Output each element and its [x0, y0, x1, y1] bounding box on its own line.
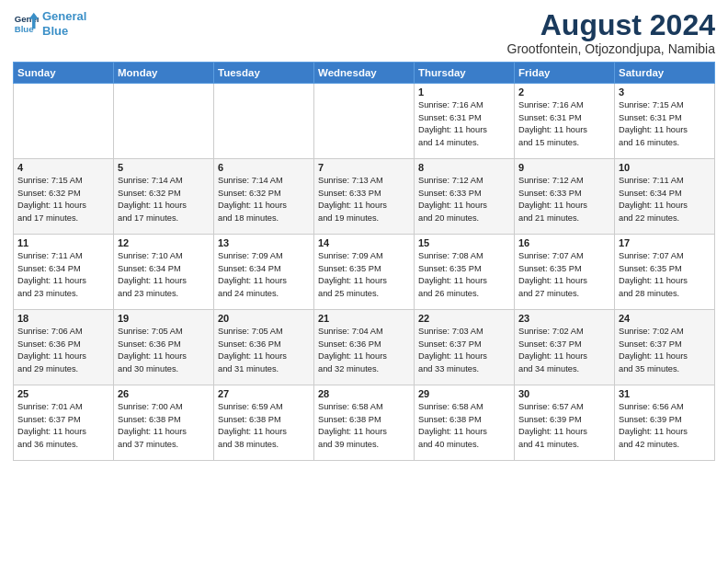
- day-number: 30: [518, 388, 610, 399]
- calendar-cell: 28Sunrise: 6:58 AMSunset: 6:38 PMDayligh…: [314, 385, 415, 461]
- day-info: Sunrise: 7:08 AMSunset: 6:35 PMDaylight:…: [418, 250, 510, 300]
- day-info: Sunrise: 7:14 AMSunset: 6:32 PMDaylight:…: [218, 175, 310, 224]
- header-cell-friday: Friday: [515, 63, 615, 84]
- day-info: Sunrise: 6:59 AMSunset: 6:38 PMDaylight:…: [218, 401, 310, 451]
- day-info: Sunrise: 7:15 AMSunset: 6:31 PMDaylight:…: [619, 99, 711, 149]
- day-info: Sunrise: 7:14 AMSunset: 6:32 PMDaylight:…: [118, 175, 210, 224]
- calendar-cell: 12Sunrise: 7:10 AMSunset: 6:34 PMDayligh…: [114, 235, 214, 310]
- header-cell-monday: Monday: [114, 63, 214, 84]
- day-number: 6: [218, 162, 310, 173]
- calendar-cell: 27Sunrise: 6:59 AMSunset: 6:38 PMDayligh…: [214, 385, 314, 461]
- day-number: 8: [418, 162, 510, 173]
- calendar-cell: 17Sunrise: 7:07 AMSunset: 6:35 PMDayligh…: [615, 235, 715, 310]
- day-number: 11: [17, 237, 109, 248]
- logo-blue: Blue: [42, 24, 68, 38]
- calendar-cell: 10Sunrise: 7:11 AMSunset: 6:34 PMDayligh…: [615, 159, 715, 235]
- week-row-1: 1Sunrise: 7:16 AMSunset: 6:31 PMDaylight…: [14, 84, 715, 159]
- calendar-cell: 9Sunrise: 7:12 AMSunset: 6:33 PMDaylight…: [515, 159, 615, 235]
- calendar-cell: 21Sunrise: 7:04 AMSunset: 6:36 PMDayligh…: [314, 310, 415, 385]
- day-info: Sunrise: 7:16 AMSunset: 6:31 PMDaylight:…: [518, 99, 610, 149]
- week-row-5: 25Sunrise: 7:01 AMSunset: 6:37 PMDayligh…: [14, 385, 715, 461]
- header-cell-wednesday: Wednesday: [314, 63, 415, 84]
- title-block: August 2024 Grootfontein, Otjozondjupa, …: [507, 9, 715, 56]
- page: General Blue General Blue August 2024 Gr…: [0, 0, 728, 470]
- day-info: Sunrise: 7:09 AMSunset: 6:34 PMDaylight:…: [218, 250, 310, 300]
- day-info: Sunrise: 6:58 AMSunset: 6:38 PMDaylight:…: [318, 401, 410, 451]
- calendar-cell: 26Sunrise: 7:00 AMSunset: 6:38 PMDayligh…: [114, 385, 214, 461]
- day-info: Sunrise: 7:07 AMSunset: 6:35 PMDaylight:…: [518, 250, 610, 300]
- header-cell-tuesday: Tuesday: [214, 63, 314, 84]
- calendar-cell: 3Sunrise: 7:15 AMSunset: 6:31 PMDaylight…: [615, 84, 715, 159]
- calendar-body: 1Sunrise: 7:16 AMSunset: 6:31 PMDaylight…: [14, 84, 715, 461]
- day-number: 24: [619, 313, 711, 324]
- calendar-cell: [214, 84, 314, 159]
- day-number: 5: [118, 162, 210, 173]
- day-number: 16: [518, 237, 610, 248]
- day-number: 4: [17, 162, 109, 173]
- day-info: Sunrise: 7:01 AMSunset: 6:37 PMDaylight:…: [17, 401, 109, 451]
- week-row-2: 4Sunrise: 7:15 AMSunset: 6:32 PMDaylight…: [14, 159, 715, 235]
- day-number: 23: [518, 313, 610, 324]
- day-info: Sunrise: 7:00 AMSunset: 6:38 PMDaylight:…: [118, 401, 210, 451]
- calendar-cell: 4Sunrise: 7:15 AMSunset: 6:32 PMDaylight…: [14, 159, 114, 235]
- calendar-cell: 18Sunrise: 7:06 AMSunset: 6:36 PMDayligh…: [14, 310, 114, 385]
- calendar-cell: 11Sunrise: 7:11 AMSunset: 6:34 PMDayligh…: [14, 235, 114, 310]
- day-info: Sunrise: 7:12 AMSunset: 6:33 PMDaylight:…: [418, 175, 510, 224]
- day-info: Sunrise: 7:05 AMSunset: 6:36 PMDaylight:…: [118, 326, 210, 375]
- day-info: Sunrise: 7:02 AMSunset: 6:37 PMDaylight:…: [619, 326, 711, 375]
- day-number: 27: [218, 388, 310, 399]
- calendar-cell: [14, 84, 114, 159]
- logo-icon: General Blue: [13, 11, 39, 37]
- logo-text: General Blue: [42, 9, 86, 38]
- day-number: 13: [218, 237, 310, 248]
- calendar-cell: 13Sunrise: 7:09 AMSunset: 6:34 PMDayligh…: [214, 235, 314, 310]
- header-cell-saturday: Saturday: [615, 63, 715, 84]
- week-row-3: 11Sunrise: 7:11 AMSunset: 6:34 PMDayligh…: [14, 235, 715, 310]
- day-number: 18: [17, 313, 109, 324]
- day-info: Sunrise: 7:11 AMSunset: 6:34 PMDaylight:…: [17, 250, 109, 300]
- day-number: 12: [118, 237, 210, 248]
- calendar-cell: 22Sunrise: 7:03 AMSunset: 6:37 PMDayligh…: [415, 310, 515, 385]
- calendar-cell: 25Sunrise: 7:01 AMSunset: 6:37 PMDayligh…: [14, 385, 114, 461]
- header-cell-thursday: Thursday: [415, 63, 515, 84]
- calendar-cell: 5Sunrise: 7:14 AMSunset: 6:32 PMDaylight…: [114, 159, 214, 235]
- header: General Blue General Blue August 2024 Gr…: [13, 9, 715, 56]
- location: Grootfontein, Otjozondjupa, Namibia: [507, 41, 715, 56]
- calendar-cell: 23Sunrise: 7:02 AMSunset: 6:37 PMDayligh…: [515, 310, 615, 385]
- calendar-cell: 7Sunrise: 7:13 AMSunset: 6:33 PMDaylight…: [314, 159, 415, 235]
- logo: General Blue General Blue: [13, 9, 86, 38]
- calendar-cell: 29Sunrise: 6:58 AMSunset: 6:38 PMDayligh…: [415, 385, 515, 461]
- day-number: 9: [518, 162, 610, 173]
- day-info: Sunrise: 7:13 AMSunset: 6:33 PMDaylight:…: [318, 175, 410, 224]
- calendar-cell: [314, 84, 415, 159]
- day-info: Sunrise: 7:07 AMSunset: 6:35 PMDaylight:…: [619, 250, 711, 300]
- day-number: 3: [619, 86, 711, 98]
- svg-text:Blue: Blue: [15, 23, 34, 33]
- day-info: Sunrise: 7:03 AMSunset: 6:37 PMDaylight:…: [418, 326, 510, 375]
- calendar-cell: 30Sunrise: 6:57 AMSunset: 6:39 PMDayligh…: [515, 385, 615, 461]
- calendar-cell: 15Sunrise: 7:08 AMSunset: 6:35 PMDayligh…: [415, 235, 515, 310]
- day-info: Sunrise: 7:06 AMSunset: 6:36 PMDaylight:…: [17, 326, 109, 375]
- day-info: Sunrise: 7:12 AMSunset: 6:33 PMDaylight:…: [518, 175, 610, 224]
- day-info: Sunrise: 7:05 AMSunset: 6:36 PMDaylight:…: [218, 326, 310, 375]
- day-number: 19: [118, 313, 210, 324]
- day-info: Sunrise: 7:16 AMSunset: 6:31 PMDaylight:…: [418, 99, 510, 149]
- day-number: 25: [17, 388, 109, 399]
- calendar-header: SundayMondayTuesdayWednesdayThursdayFrid…: [14, 63, 715, 84]
- day-info: Sunrise: 7:11 AMSunset: 6:34 PMDaylight:…: [619, 175, 711, 224]
- day-number: 31: [619, 388, 711, 399]
- day-number: 10: [619, 162, 711, 173]
- day-number: 2: [518, 86, 610, 98]
- day-info: Sunrise: 6:56 AMSunset: 6:39 PMDaylight:…: [619, 401, 711, 451]
- day-number: 26: [118, 388, 210, 399]
- calendar-cell: 2Sunrise: 7:16 AMSunset: 6:31 PMDaylight…: [515, 84, 615, 159]
- day-info: Sunrise: 7:04 AMSunset: 6:36 PMDaylight:…: [318, 326, 410, 375]
- calendar-cell: 24Sunrise: 7:02 AMSunset: 6:37 PMDayligh…: [615, 310, 715, 385]
- logo-general: General: [42, 9, 86, 23]
- day-info: Sunrise: 6:57 AMSunset: 6:39 PMDaylight:…: [518, 401, 610, 451]
- header-cell-sunday: Sunday: [14, 63, 114, 84]
- day-number: 21: [318, 313, 410, 324]
- day-number: 14: [318, 237, 410, 248]
- day-number: 22: [418, 313, 510, 324]
- calendar-cell: 19Sunrise: 7:05 AMSunset: 6:36 PMDayligh…: [114, 310, 214, 385]
